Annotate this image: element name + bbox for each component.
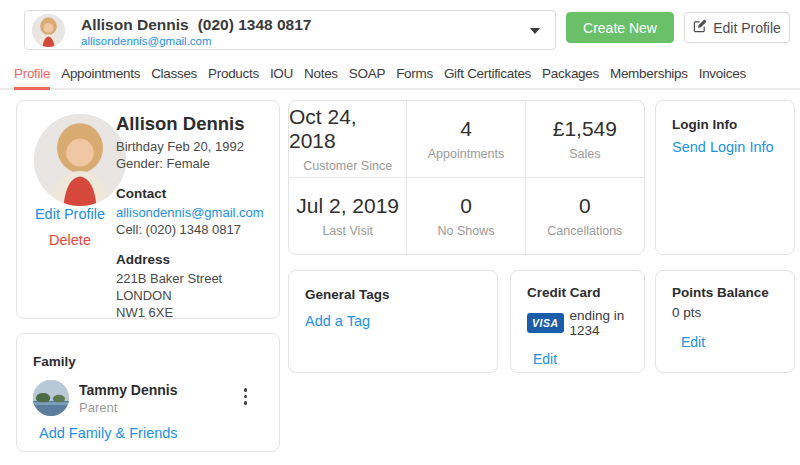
stat-customer-since: Oct 24, 2018 Customer Since: [289, 101, 407, 178]
points-edit-link[interactable]: Edit: [681, 334, 705, 350]
tab-products[interactable]: Products: [208, 61, 259, 90]
profile-name: Allison Dennis: [116, 115, 264, 132]
address-line: 221B Baker Street: [116, 270, 264, 287]
tab-iou[interactable]: IOU: [270, 61, 293, 90]
family-card: Family Tammy Dennis Parent Add Family & …: [16, 333, 280, 452]
points-balance-heading: Points Balance: [672, 285, 778, 300]
family-heading: Family: [33, 354, 263, 369]
stat-value: 0: [460, 194, 472, 218]
stat-cancellations: 0 Cancellations: [526, 178, 644, 255]
profile-details: Allison Dennis Birthday Feb 20, 1992 Gen…: [116, 115, 264, 321]
customer-name: Allison Dennis: [81, 16, 189, 33]
stat-value: Jul 2, 2019: [296, 194, 399, 218]
stat-value: 0: [579, 194, 591, 218]
stat-value: Oct 24, 2018: [289, 105, 406, 153]
stat-label: Appointments: [428, 147, 504, 161]
profile-birthday: Birthday Feb 20, 1992: [116, 138, 264, 155]
stat-label: Customer Since: [303, 159, 392, 173]
stat-last-visit: Jul 2, 2019 Last Visit: [289, 178, 407, 255]
add-tag-link[interactable]: Add a Tag: [305, 313, 370, 329]
contact-section: Contact allisondennis@gmail.com Cell: (0…: [116, 185, 264, 238]
customer-profile-page: Allison Dennis(020) 1348 0817 allisonden…: [0, 0, 800, 465]
customer-stats-card: Oct 24, 2018 Customer Since 4 Appointmen…: [288, 100, 645, 255]
profile-cell: Cell: (020) 1348 0817: [116, 221, 264, 238]
tab-gift-certificates[interactable]: Gift Certificates: [444, 61, 531, 90]
stat-label: Cancellations: [547, 224, 622, 238]
stat-sales: £1,549 Sales: [526, 101, 644, 178]
profile-gender: Gender: Female: [116, 155, 264, 172]
tab-appointments[interactable]: Appointments: [61, 61, 140, 90]
family-member-avatar: [33, 380, 69, 416]
login-info-card: Login Info Send Login Info: [655, 100, 795, 255]
tab-memberships[interactable]: Memberships: [610, 61, 688, 90]
delete-link[interactable]: Delete: [17, 232, 123, 248]
profile-photo: [34, 114, 126, 206]
customer-phone: (020) 1348 0817: [198, 16, 312, 33]
customer-email: allisondennis@gmail.com: [81, 35, 212, 47]
tab-invoices[interactable]: Invoices: [699, 61, 746, 90]
stat-value: 4: [460, 117, 472, 141]
general-tags-heading: General Tags: [305, 287, 481, 302]
tab-bar: Profile Appointments Classes Products IO…: [0, 61, 800, 90]
credit-card-row: VISA ending in 1234: [527, 308, 628, 338]
address-section: Address 221B Baker Street LONDON NW1 6XE: [116, 251, 264, 321]
stat-appointments: 4 Appointments: [407, 101, 525, 178]
profile-actions: Edit Profile Delete: [17, 205, 123, 248]
add-family-friends-link[interactable]: Add Family & Friends: [39, 425, 178, 441]
create-new-button[interactable]: Create New: [566, 12, 674, 43]
credit-card-edit-link[interactable]: Edit: [533, 351, 557, 367]
stat-label: No Shows: [438, 224, 495, 238]
tab-soap[interactable]: SOAP: [349, 61, 385, 90]
contact-heading: Contact: [116, 185, 264, 202]
credit-card-heading: Credit Card: [527, 285, 628, 300]
chevron-down-icon[interactable]: [530, 28, 540, 34]
customer-name-line: Allison Dennis(020) 1348 0817: [81, 16, 311, 34]
tab-profile[interactable]: Profile: [14, 61, 50, 90]
kebab-menu-icon[interactable]: [240, 384, 252, 409]
send-login-info-link[interactable]: Send Login Info: [672, 139, 774, 155]
edit-profile-button[interactable]: Edit Profile: [684, 12, 790, 43]
edit-profile-link[interactable]: Edit Profile: [35, 206, 105, 222]
stat-label: Sales: [569, 147, 600, 161]
stat-no-shows: 0 No Shows: [407, 178, 525, 255]
profile-email-link[interactable]: allisondennis@gmail.com: [116, 204, 264, 221]
stat-label: Last Visit: [322, 224, 373, 238]
tab-notes[interactable]: Notes: [304, 61, 338, 90]
visa-badge-icon: VISA: [527, 313, 564, 333]
edit-profile-button-label: Edit Profile: [713, 20, 781, 36]
tab-packages[interactable]: Packages: [542, 61, 599, 90]
family-member-relation: Parent: [79, 400, 117, 415]
address-heading: Address: [116, 251, 264, 268]
customer-selector[interactable]: Allison Dennis(020) 1348 0817 allisonden…: [24, 10, 556, 50]
points-balance-card: Points Balance 0 pts Edit: [655, 270, 795, 373]
profile-card: Edit Profile Delete Allison Dennis Birth…: [16, 100, 280, 319]
tab-forms[interactable]: Forms: [396, 61, 433, 90]
tab-classes[interactable]: Classes: [151, 61, 197, 90]
edit-icon: [693, 19, 707, 36]
points-balance-value: 0 pts: [672, 305, 778, 320]
family-member-name: Tammy Dennis: [79, 382, 178, 398]
stat-value: £1,549: [553, 117, 617, 141]
general-tags-card: General Tags Add a Tag: [288, 270, 498, 373]
login-info-heading: Login Info: [672, 117, 778, 132]
credit-card-detail: ending in 1234: [570, 308, 628, 338]
customer-avatar: [32, 14, 65, 47]
credit-card-card: Credit Card VISA ending in 1234 Edit: [510, 270, 645, 373]
address-line: LONDON: [116, 287, 264, 304]
family-member-row[interactable]: Tammy Dennis Parent: [33, 380, 263, 418]
address-line: NW1 6XE: [116, 304, 264, 321]
